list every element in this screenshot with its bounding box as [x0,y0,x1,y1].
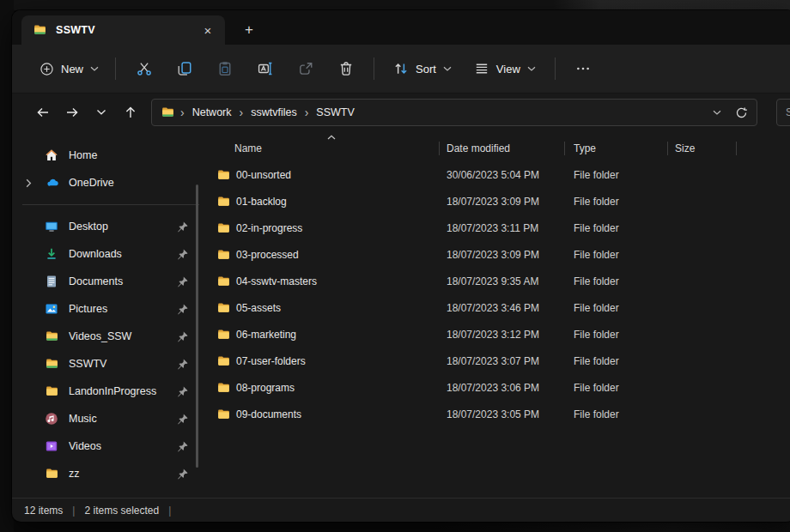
folder-icon [216,169,231,181]
column-headers: Name Date modified Type Size [215,136,790,161]
sidebar-scrollbar[interactable] [196,184,198,468]
sidebar-item-documents[interactable]: Documents [12,268,215,295]
folder-synced-icon [45,357,60,371]
downloads-icon [45,247,60,261]
sidebar-item-landoninprogress[interactable]: LandonInProgress [12,378,215,405]
tab-sswtv[interactable]: SSWTV × [21,15,225,45]
column-header-type[interactable]: Type [565,136,668,161]
plus-circle-icon [40,62,54,76]
breadcrumb-segment[interactable]: Network [186,103,238,122]
file-row[interactable]: 03-processed 18/07/2023 3:09 PM File fol… [215,241,790,268]
pin-icon [176,221,189,233]
file-row[interactable]: 00-unsorted 30/06/2023 5:04 PM File fold… [215,161,790,188]
scissors-icon [137,61,152,76]
rename-button[interactable] [245,52,285,85]
file-row[interactable]: 01-backlog 18/07/2023 3:09 PM File folde… [215,188,790,215]
cut-button[interactable] [124,52,164,85]
search-input[interactable]: Search SSWTV [776,99,790,126]
folder-synced-icon [45,329,60,343]
new-button[interactable]: New [31,55,107,83]
chevron-down-icon [713,110,721,116]
sidebar-item-videos-ssw[interactable]: Videos_SSW [12,323,215,350]
folder-icon [45,467,60,481]
desktop-icon [45,220,60,233]
column-header-size[interactable]: Size [668,136,737,161]
up-button[interactable] [117,100,143,126]
onedrive-icon [45,176,60,190]
breadcrumb-segment[interactable]: sswtvfiles [245,103,302,122]
clipboard-icon [217,61,233,76]
refresh-button[interactable] [729,101,753,124]
pin-icon [176,275,189,288]
close-tab-icon[interactable]: × [198,20,218,40]
new-tab-button[interactable]: + [237,18,261,42]
ellipsis-icon [575,61,591,76]
arrow-right-icon [65,106,79,119]
selection-count: 2 items selected [84,505,159,517]
pin-icon [176,385,189,398]
chevron-down-icon [96,109,106,116]
pin-icon [176,303,189,316]
arrow-left-icon [36,106,50,119]
breadcrumb-segment[interactable]: SSWTV [310,103,360,122]
sidebar-item-zz[interactable]: zz [12,460,215,487]
pin-icon [176,440,189,453]
arrow-up-icon [124,106,137,119]
address-dropdown-button[interactable] [705,101,729,124]
folder-icon [216,382,231,394]
tab-bar: SSWTV × + [12,10,790,45]
sidebar-item-music[interactable]: Music [12,405,215,432]
more-options-button[interactable] [563,52,604,85]
column-header-name[interactable]: Name [215,136,440,161]
sidebar-item-desktop[interactable]: Desktop [12,213,215,240]
pin-icon [176,248,189,261]
item-count: 12 items [24,505,63,517]
copy-icon [177,61,192,76]
pin-icon [176,358,189,371]
sidebar-item-pictures[interactable]: Pictures [12,295,215,323]
share-button[interactable] [285,52,325,85]
pin-icon [176,330,189,343]
sidebar-item-home[interactable]: Home [12,142,215,169]
folder-icon [33,24,47,37]
copy-button[interactable] [164,52,204,85]
view-button[interactable]: View [463,54,547,83]
music-icon [45,412,60,426]
paste-button[interactable] [204,52,245,85]
expand-chevron-icon [26,178,45,188]
sort-arrows-icon [393,61,409,76]
desktop-background [0,520,790,532]
chevron-right-icon: › [238,106,246,119]
delete-button[interactable] [325,52,366,85]
recent-locations-button[interactable] [88,100,114,126]
file-row[interactable]: 02-in-progress 18/07/2023 3:11 PM File f… [215,215,790,241]
address-bar[interactable]: ›Network›sswtvfiles›SSWTV [151,99,757,126]
toolbar-divider [555,57,556,80]
sort-button[interactable]: Sort [382,54,463,83]
folder-icon [161,106,175,119]
column-header-date-modified[interactable]: Date modified [440,136,565,161]
chevron-down-icon [443,66,452,72]
home-icon [45,148,60,162]
command-toolbar: New Sort View [12,45,790,94]
file-row[interactable]: 04-sswtv-masters 18/07/2023 9:35 AM File… [215,268,790,294]
back-button[interactable] [29,100,56,126]
sidebar-item-downloads[interactable]: Downloads [12,240,215,268]
address-bar-row: ›Network›sswtvfiles›SSWTV Search SSWTV [12,94,790,131]
folder-icon [216,222,231,234]
file-row[interactable]: 09-documents 18/07/2023 3:05 PM File fol… [215,401,790,427]
file-row[interactable]: 08-programs 18/07/2023 3:06 PM File fold… [215,374,790,401]
file-row[interactable]: 05-assets 18/07/2023 3:46 PM File folder [215,294,790,321]
status-bar: 12 items | 2 items selected | [12,498,790,522]
folder-icon [216,249,231,261]
chevron-right-icon: › [303,106,311,119]
pictures-icon [45,302,60,316]
sidebar-item-sswtv[interactable]: SSWTV [12,350,215,378]
file-row[interactable]: 07-user-folders 18/07/2023 3:07 PM File … [215,348,790,374]
file-row[interactable]: 06-marketing 18/07/2023 3:12 PM File fol… [215,321,790,348]
sidebar-item-videos[interactable]: Videos [12,432,215,460]
sidebar-item-onedrive[interactable]: OneDrive [12,169,215,196]
forward-button[interactable] [58,100,85,126]
rename-icon [258,61,273,76]
main-area: Home OneDrive Desktop Downloads Document… [12,131,790,498]
